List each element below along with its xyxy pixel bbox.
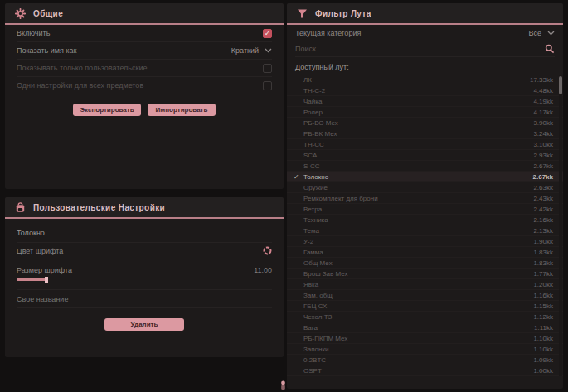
loot-row[interactable]: РБ-ПКПМ Мех 1.10kk (287, 333, 563, 344)
loot-row[interactable]: Явка 1.20kk (287, 279, 563, 290)
search-icon[interactable] (545, 44, 555, 54)
category-select[interactable]: Все (528, 29, 555, 37)
enable-checkbox[interactable]: ✓ (263, 29, 272, 38)
general-panel-header: Общие (5, 3, 284, 25)
loot-item-value: 3.90kk (533, 119, 553, 127)
loot-item-value: 2.67kk (533, 173, 553, 181)
font-size-value: 11.00 (254, 266, 272, 274)
loot-item-value: 1.90kk (533, 238, 553, 245)
loot-row[interactable]: Толокно 2.67kk (287, 172, 563, 182)
loot-row[interactable]: Ремкомплект для брони 2.43kk (287, 193, 563, 204)
loot-item-name: Явка (303, 281, 318, 288)
loot-row[interactable]: OSPT 1.00kk (287, 365, 563, 376)
search-row (295, 41, 555, 57)
loot-item-value: 1.20kk (533, 281, 553, 288)
loot-item-value: 1.10kk (533, 335, 553, 342)
loot-row[interactable]: У-2 1.90kk (287, 236, 563, 247)
enable-row: Включить ✓ (17, 25, 272, 42)
selected-item-name: Толокно (17, 225, 272, 243)
delete-button[interactable]: Удалить (104, 318, 184, 331)
loot-item-name: Оружие (303, 184, 328, 191)
loot-row[interactable]: Гамма 1.83kk (287, 247, 563, 258)
loot-scrollbar-thumb[interactable] (559, 76, 562, 94)
loot-item-value: 17.33kk (530, 76, 553, 84)
loot-scrollbar[interactable] (559, 75, 562, 376)
custom-name-input[interactable] (17, 295, 272, 303)
only-custom-checkbox[interactable] (263, 64, 272, 73)
loot-item-name: 0.2BTC (303, 356, 326, 364)
loot-row[interactable]: SCA 2.93kk (287, 150, 563, 161)
loot-item-value: 4.17kk (533, 109, 553, 116)
loot-row[interactable]: S-СС 2.67kk (287, 161, 563, 172)
loot-item-name: Общ Мех (303, 259, 333, 267)
slider-fill (17, 278, 46, 281)
loot-item-name: У-2 (303, 238, 313, 245)
loot-row[interactable]: ТН-С-2 4.48kk (287, 85, 563, 96)
color-picker-icon[interactable] (263, 246, 272, 255)
slider-thumb[interactable] (45, 277, 48, 283)
loot-item-value: 1.12kk (533, 313, 553, 321)
loot-row[interactable]: ЛК 17.33kk (287, 75, 563, 85)
backpack-icon (15, 202, 26, 213)
loot-list: ЛК 17.33kk ТН-С-2 4.48kk Чайка 4.19kk Ро… (287, 75, 563, 376)
loot-item-name: Тема (303, 227, 319, 235)
export-button[interactable]: Экспортировать (73, 104, 141, 116)
custom-settings-panel: Пользовательские Настройки Толокно Цвет … (5, 197, 284, 357)
loot-item-value: 3.24kk (533, 130, 553, 138)
loot-item-name: Гамма (303, 249, 323, 256)
import-button[interactable]: Импортировать (148, 104, 216, 116)
loot-item-value: 2.67kk (533, 162, 553, 170)
loot-row[interactable]: Ролер 4.17kk (287, 107, 563, 118)
loot-row[interactable]: Ветра 2.42kk (287, 204, 563, 215)
font-size-label: Размер шрифта (17, 266, 72, 274)
font-size-slider[interactable] (17, 277, 272, 283)
loot-row[interactable]: РБ-ВО Мех 3.90kk (287, 118, 563, 128)
show-name-as-select[interactable]: Краткий (231, 46, 272, 55)
loot-item-name: Вага (303, 324, 318, 332)
loot-row[interactable]: Тема 2.13kk (287, 225, 563, 236)
loot-row[interactable]: Оружие 2.63kk (287, 182, 563, 193)
loot-item-value: 1.15kk (533, 302, 553, 310)
loot-item-name: ЛК (303, 76, 312, 84)
loot-row[interactable]: Техника 2.16kk (287, 215, 563, 225)
loot-item-name: Ролер (303, 109, 323, 116)
loot-item-name: РБ-БК Мех (303, 130, 337, 138)
same-settings-checkbox[interactable] (263, 81, 272, 90)
loot-item-value: 2.16kk (533, 216, 553, 224)
loot-row[interactable]: ТН-СС 3.10kk (287, 139, 563, 150)
general-panel: Общие Включить ✓ Показать имя как Кратки… (5, 3, 284, 189)
available-loot-label: Доступный лут: (287, 57, 563, 75)
loot-item-name: ТН-С-2 (303, 87, 325, 94)
loot-item-name: Ветра (303, 206, 322, 213)
loot-row[interactable]: ГБЦ СХ 1.15kk (287, 301, 563, 312)
loot-item-value: 2.42kk (533, 206, 553, 213)
loot-row[interactable]: РБ-БК Мех 3.24kk (287, 128, 563, 139)
loot-item-name: Зам. общ (303, 292, 333, 299)
search-input[interactable] (295, 45, 527, 53)
loot-item-value: 2.13kk (533, 227, 553, 235)
loot-row[interactable]: Вага 1.11kk (287, 322, 563, 333)
loot-item-name: ТН-СС (303, 141, 324, 148)
loot-item-name: Ремкомплект для брони (303, 195, 378, 202)
loot-row[interactable]: Брош Зав Мех 1.77kk (287, 269, 563, 279)
general-panel-title: Общие (33, 9, 63, 18)
chevron-down-icon (265, 48, 272, 53)
loot-row[interactable]: Чехол ТЗ 1.12kk (287, 312, 563, 322)
loot-row[interactable]: Запонки 1.10kk (287, 344, 563, 355)
loot-item-value: 1.83kk (533, 249, 553, 256)
custom-settings-header: Пользовательские Настройки (5, 197, 284, 219)
show-name-as-value: Краткий (231, 46, 259, 55)
loot-item-name: Запонки (303, 346, 328, 353)
loot-item-value: 4.48kk (533, 87, 553, 94)
loot-item-name: РБ-ПКПМ Мех (303, 335, 347, 342)
loot-row[interactable]: Зам. общ 1.16kk (287, 290, 563, 301)
loot-row[interactable]: Чайка 4.19kk (287, 96, 563, 107)
font-size-block: Размер шрифта 11.00 (17, 259, 272, 290)
custom-name-row (17, 290, 272, 308)
loot-item-value: 2.63kk (533, 184, 553, 191)
loot-filter-title: Фильтр Лута (315, 9, 371, 18)
loot-row[interactable]: 0.2BTC 1.09kk (287, 355, 563, 365)
loot-row[interactable]: Общ Мех 1.83kk (287, 258, 563, 269)
font-size-row: Размер шрифта 11.00 (17, 264, 272, 277)
loot-item-value: 1.09kk (533, 356, 553, 364)
